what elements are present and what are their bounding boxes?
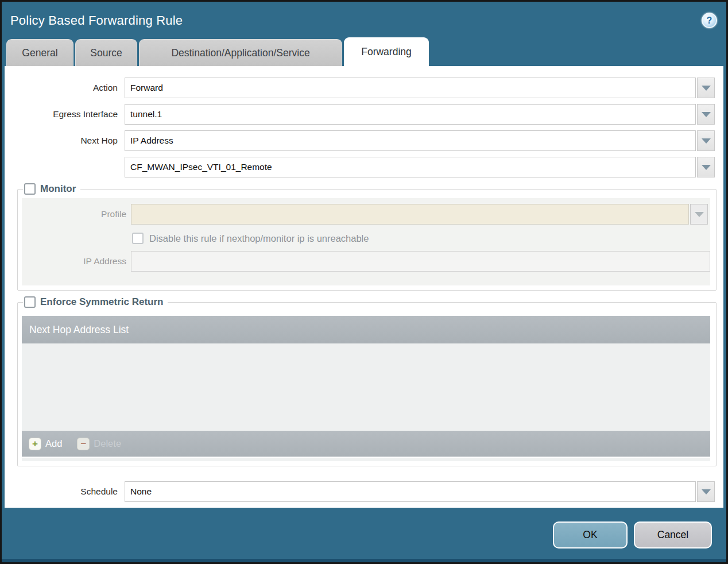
tab-bar: General Source Destination/Application/S… — [2, 36, 726, 66]
next-hop-address-dropdown-button[interactable] — [697, 157, 715, 177]
egress-interface-label: Egress Interface — [5, 109, 125, 119]
schedule-row: Schedule — [5, 481, 723, 502]
action-field — [125, 78, 715, 98]
enforce-symmetric-return-checkbox[interactable] — [24, 296, 36, 308]
tab-label: Source — [90, 47, 122, 59]
next-hop-address-row — [5, 157, 723, 177]
schedule-input[interactable] — [125, 481, 696, 502]
schedule-field — [125, 481, 715, 502]
chevron-down-icon — [702, 86, 711, 91]
next-hop-address-input[interactable] — [125, 157, 696, 177]
ok-button[interactable]: OK — [553, 521, 628, 548]
profile-label: Profile — [22, 209, 131, 219]
table-header: Next Hop Address List — [22, 316, 710, 343]
next-hop-label: Next Hop — [5, 136, 125, 146]
dialog-footer: OK Cancel — [2, 508, 726, 559]
enforce-symmetric-return-legend-label: Enforce Symmetric Return — [40, 296, 163, 308]
chevron-down-icon — [702, 112, 711, 117]
monitor-section: Monitor Profile Disable this rule if nex… — [17, 183, 717, 291]
forwarding-tab-panel: Action Egress Interface Next Hop — [5, 66, 723, 508]
table-header-label: Next Hop Address List — [29, 324, 129, 336]
chevron-down-icon — [702, 165, 711, 170]
next-hop-row: Next Hop — [5, 130, 723, 151]
schedule-dropdown-button[interactable] — [697, 481, 715, 502]
tab-general[interactable]: General — [6, 39, 73, 66]
delete-button: − Delete — [77, 438, 121, 450]
disable-rule-row: Disable this rule if nexthop/monitor ip … — [132, 233, 710, 244]
profile-row: Profile — [22, 204, 710, 225]
egress-interface-field — [125, 104, 715, 125]
help-button[interactable]: ? — [702, 13, 717, 28]
tab-label: General — [22, 47, 57, 59]
bottom-accent-strip — [2, 559, 726, 562]
tab-label: Destination/Application/Service — [171, 47, 309, 59]
chevron-down-icon — [702, 489, 711, 495]
tab-forwarding[interactable]: Forwarding — [344, 37, 429, 66]
action-dropdown-button[interactable] — [697, 78, 715, 98]
action-input[interactable] — [125, 78, 696, 98]
next-hop-address-list-table: Next Hop Address List + Add − Delete — [22, 316, 710, 461]
ok-button-label: OK — [583, 529, 597, 541]
enforce-symmetric-return-legend: Enforce Symmetric Return — [23, 296, 168, 308]
monitor-ip-address-input — [131, 251, 710, 272]
profile-field — [131, 204, 708, 225]
chevron-down-icon — [702, 138, 711, 144]
monitor-legend: Monitor — [23, 183, 80, 195]
enforce-symmetric-return-section: Enforce Symmetric Return Next Hop Addres… — [17, 296, 717, 466]
dialog-titlebar: Policy Based Forwarding Rule ? — [2, 2, 726, 36]
cancel-button-label: Cancel — [657, 529, 688, 541]
tab-label: Forwarding — [361, 46, 412, 58]
table-body[interactable] — [22, 343, 710, 431]
profile-input — [131, 204, 689, 225]
add-button[interactable]: + Add — [29, 438, 62, 450]
monitor-panel: Profile Disable this rule if nexthop/mon… — [22, 198, 710, 285]
monitor-legend-label: Monitor — [40, 183, 76, 195]
dialog-title: Policy Based Forwarding Rule — [10, 13, 183, 28]
disable-rule-label: Disable this rule if nexthop/monitor ip … — [149, 233, 369, 244]
monitor-ip-address-row: IP Address — [22, 251, 710, 272]
plus-icon: + — [29, 438, 41, 450]
schedule-label: Schedule — [5, 486, 125, 497]
disable-rule-checkbox — [132, 233, 144, 244]
tab-destination-application-service[interactable]: Destination/Application/Service — [139, 39, 342, 66]
next-hop-type-input[interactable] — [125, 130, 696, 151]
tab-source[interactable]: Source — [75, 39, 137, 66]
egress-interface-input[interactable] — [125, 104, 696, 125]
add-button-label: Add — [45, 438, 62, 449]
egress-interface-dropdown-button[interactable] — [697, 104, 715, 125]
delete-button-label: Delete — [94, 438, 121, 449]
profile-dropdown-button — [690, 204, 708, 225]
chevron-down-icon — [695, 212, 704, 217]
next-hop-field — [125, 130, 715, 151]
table-bottom-strip — [22, 458, 710, 461]
help-icon: ? — [707, 16, 712, 25]
next-hop-dropdown-button[interactable] — [697, 130, 715, 151]
monitor-checkbox[interactable] — [24, 183, 36, 195]
egress-interface-row: Egress Interface — [5, 104, 723, 125]
minus-icon: − — [77, 438, 90, 450]
table-footer: + Add − Delete — [22, 431, 710, 457]
cancel-button[interactable]: Cancel — [634, 521, 712, 548]
policy-forwarding-dialog: Policy Based Forwarding Rule ? General S… — [0, 0, 728, 564]
monitor-ip-address-field — [131, 251, 710, 272]
action-label: Action — [5, 83, 125, 93]
action-row: Action — [5, 78, 723, 98]
monitor-ip-address-label: IP Address — [22, 256, 131, 266]
next-hop-address-field — [125, 157, 715, 177]
